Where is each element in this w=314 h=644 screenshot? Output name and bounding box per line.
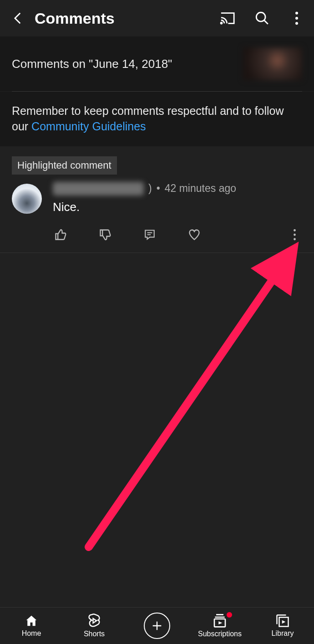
svg-point-7 — [294, 238, 296, 240]
reply-button[interactable] — [142, 227, 157, 242]
svg-point-2 — [295, 12, 298, 15]
nav-library[interactable]: Library — [251, 608, 314, 644]
nav-label: Library — [272, 629, 294, 638]
svg-point-1 — [256, 12, 265, 21]
bullet: • — [157, 182, 160, 195]
nav-create[interactable] — [126, 608, 188, 644]
comment-meta: ) • 42 minutes ago — [53, 182, 302, 196]
back-button[interactable] — [8, 8, 28, 28]
like-button[interactable] — [53, 227, 68, 242]
nav-shorts[interactable]: Shorts — [63, 608, 126, 644]
comment-text: Nice. — [53, 200, 302, 214]
video-thumbnail[interactable] — [243, 47, 302, 80]
bottom-nav: Home Shorts Subscriptions Library — [0, 607, 314, 644]
notification-dot — [227, 612, 232, 618]
video-header: Comments on "June 14, 2018" — [12, 36, 302, 91]
dislike-button[interactable] — [97, 227, 113, 242]
community-guidelines-link[interactable]: Community Guidelines — [31, 120, 146, 133]
avatar[interactable] — [12, 184, 42, 214]
nav-label: Subscriptions — [198, 630, 242, 638]
top-app-bar: Comments — [0, 0, 314, 36]
paren-close: ) — [148, 182, 152, 195]
svg-point-0 — [221, 22, 222, 24]
nav-label: Shorts — [84, 630, 105, 638]
svg-point-4 — [295, 22, 298, 25]
video-title: Comments on "June 14, 2018" — [12, 57, 172, 71]
guidelines-notice: Remember to keep comments respectful and… — [0, 92, 314, 146]
nav-subscriptions[interactable]: Subscriptions — [188, 608, 251, 644]
search-icon[interactable] — [253, 9, 271, 27]
comment-row: ) • 42 minutes ago Nice. — [0, 179, 314, 252]
empty-area — [0, 253, 314, 608]
comment-more-icon[interactable] — [287, 227, 302, 242]
commenter-name[interactable] — [53, 182, 144, 196]
svg-point-6 — [294, 233, 296, 236]
nav-label: Home — [22, 629, 41, 638]
plus-icon — [144, 613, 170, 639]
svg-point-3 — [295, 17, 298, 20]
nav-home[interactable]: Home — [0, 608, 63, 644]
heart-button[interactable] — [187, 227, 202, 242]
more-icon[interactable] — [288, 9, 306, 27]
comment-timestamp: 42 minutes ago — [165, 182, 236, 195]
svg-point-5 — [294, 229, 296, 231]
cast-icon[interactable] — [218, 9, 237, 27]
highlighted-badge: Highlighted comment — [12, 156, 117, 175]
page-title: Comments — [35, 10, 218, 27]
